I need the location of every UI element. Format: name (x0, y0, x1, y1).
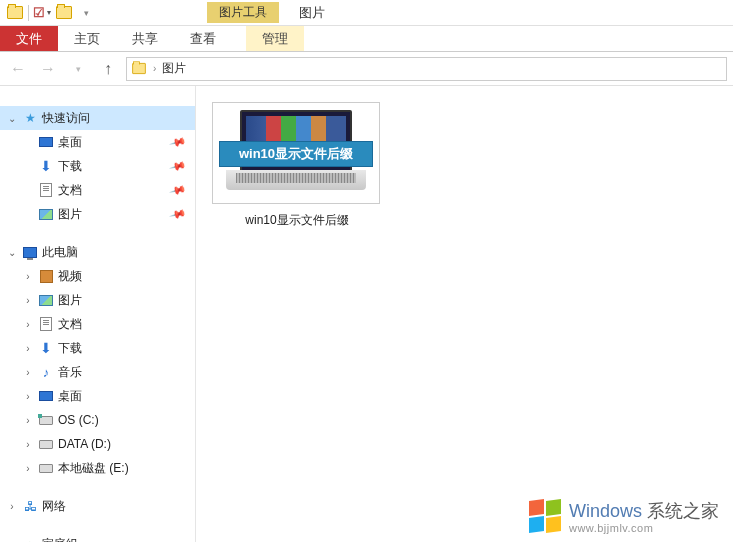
tree-label: OS (C:) (58, 413, 99, 427)
watermark-url: www.bjjmlv.com (569, 522, 719, 534)
picture-icon (38, 206, 54, 222)
tree-item-drive-e[interactable]: › 本地磁盘 (E:) (0, 456, 195, 480)
file-thumbnail: win10显示文件后缀 (212, 102, 380, 204)
document-icon (38, 316, 54, 332)
tree-network[interactable]: › 🖧 网络 (0, 494, 195, 518)
disk-icon (38, 460, 54, 476)
disk-icon (38, 436, 54, 452)
tree-this-pc[interactable]: ⌄ 此电脑 (0, 240, 195, 264)
chevron-right-icon[interactable]: › (6, 539, 18, 543)
desktop-icon (38, 134, 54, 150)
tree-item-desktop-pc[interactable]: › 桌面 (0, 384, 195, 408)
tab-manage[interactable]: 管理 (246, 26, 304, 51)
windows-logo-icon (525, 500, 561, 536)
tree-label: 下载 (58, 340, 82, 357)
tab-view[interactable]: 查看 (174, 26, 232, 51)
tree-item-videos[interactable]: › 视频 (0, 264, 195, 288)
recent-dropdown[interactable]: ▾ (66, 57, 90, 81)
tree-item-pictures[interactable]: 图片 📌 (0, 202, 195, 226)
tree-label: 家庭组 (42, 536, 78, 543)
tree-label: 桌面 (58, 134, 82, 151)
homegroup-icon: ⌂ (22, 536, 38, 542)
file-tab[interactable]: 文件 (0, 26, 58, 51)
watermark-brand: Windows 系统之家 (569, 502, 719, 522)
watermark: Windows 系统之家 www.bjjmlv.com (525, 500, 719, 536)
navigation-pane: ⌄ ★ 快速访问 桌面 📌 ⬇ 下载 📌 文档 📌 图片 📌 (0, 86, 196, 542)
file-item[interactable]: win10显示文件后缀 win10显示文件后缀 (212, 102, 382, 229)
content-pane[interactable]: win10显示文件后缀 win10显示文件后缀 (196, 86, 733, 542)
tree-label: 网络 (42, 498, 66, 515)
file-label[interactable]: win10显示文件后缀 (212, 212, 382, 229)
document-icon (38, 182, 54, 198)
tree-item-downloads-pc[interactable]: › ⬇ 下载 (0, 336, 195, 360)
picture-icon (38, 292, 54, 308)
chevron-right-icon[interactable]: › (22, 439, 34, 450)
navigation-bar: ← → ▾ ↑ › 图片 (0, 52, 733, 86)
tree-label: 下载 (58, 158, 82, 175)
qat-new-folder-icon[interactable] (53, 2, 75, 24)
desktop-icon (38, 388, 54, 404)
ribbon-contextual-group: 图片工具 (207, 2, 279, 23)
pin-icon: 📌 (169, 205, 188, 223)
tree-label: 图片 (58, 292, 82, 309)
qat-folder-icon[interactable] (4, 2, 26, 24)
qat-properties-icon[interactable]: ☑▾ (31, 2, 53, 24)
breadcrumb-segment[interactable]: 图片 (162, 60, 186, 77)
tree-item-music[interactable]: › ♪ 音乐 (0, 360, 195, 384)
tree-label: 文档 (58, 316, 82, 333)
chevron-right-icon[interactable]: › (22, 415, 34, 426)
chevron-right-icon[interactable]: › (22, 319, 34, 330)
tree-quick-access[interactable]: ⌄ ★ 快速访问 (0, 106, 195, 130)
tree-item-pictures-pc[interactable]: › 图片 (0, 288, 195, 312)
tree-homegroup[interactable]: › ⌂ 家庭组 (0, 532, 195, 542)
tree-item-downloads[interactable]: ⬇ 下载 📌 (0, 154, 195, 178)
title-bar: ☑▾ ▾ 图片工具 图片 (0, 0, 733, 26)
tree-label: 图片 (58, 206, 82, 223)
tab-share[interactable]: 共享 (116, 26, 174, 51)
tree-label: 视频 (58, 268, 82, 285)
ribbon-tabs: 文件 主页 共享 查看 管理 (0, 26, 733, 52)
tree-label: 文档 (58, 182, 82, 199)
breadcrumb-separator-icon[interactable]: › (153, 63, 156, 74)
tree-label: 本地磁盘 (E:) (58, 460, 129, 477)
pc-icon (22, 244, 38, 260)
address-folder-icon (131, 61, 147, 77)
download-icon: ⬇ (38, 158, 54, 174)
quick-access-toolbar: ☑▾ ▾ (0, 2, 97, 24)
chevron-right-icon[interactable]: › (6, 501, 18, 512)
tree-item-drive-c[interactable]: › OS (C:) (0, 408, 195, 432)
pin-icon: 📌 (169, 181, 188, 199)
qat-customize-dropdown[interactable]: ▾ (75, 2, 97, 24)
network-icon: 🖧 (22, 498, 38, 514)
tree-label: 此电脑 (42, 244, 78, 261)
main-split: ⌄ ★ 快速访问 桌面 📌 ⬇ 下载 📌 文档 📌 图片 📌 (0, 86, 733, 542)
tree-label: 桌面 (58, 388, 82, 405)
tree-label: DATA (D:) (58, 437, 111, 451)
chevron-down-icon[interactable]: ⌄ (6, 247, 18, 258)
download-icon: ⬇ (38, 340, 54, 356)
chevron-right-icon[interactable]: › (22, 271, 34, 282)
thumbnail-overlay-text: win10显示文件后缀 (219, 141, 373, 167)
video-icon (38, 268, 54, 284)
tab-home[interactable]: 主页 (58, 26, 116, 51)
tree-item-drive-d[interactable]: › DATA (D:) (0, 432, 195, 456)
up-button[interactable]: ↑ (96, 57, 120, 81)
chevron-right-icon[interactable]: › (22, 391, 34, 402)
chevron-right-icon[interactable]: › (22, 295, 34, 306)
tree-item-documents-pc[interactable]: › 文档 (0, 312, 195, 336)
music-icon: ♪ (38, 364, 54, 380)
tree-item-desktop[interactable]: 桌面 📌 (0, 130, 195, 154)
back-button[interactable]: ← (6, 57, 30, 81)
chevron-right-icon[interactable]: › (22, 343, 34, 354)
pin-icon: 📌 (169, 157, 188, 175)
address-bar[interactable]: › 图片 (126, 57, 727, 81)
window-title: 图片 (279, 2, 345, 24)
chevron-down-icon[interactable]: ⌄ (6, 113, 18, 124)
tree-label: 快速访问 (42, 110, 90, 127)
chevron-right-icon[interactable]: › (22, 463, 34, 474)
forward-button[interactable]: → (36, 57, 60, 81)
tree-item-documents[interactable]: 文档 📌 (0, 178, 195, 202)
pin-icon: 📌 (169, 133, 188, 151)
chevron-right-icon[interactable]: › (22, 367, 34, 378)
star-icon: ★ (22, 110, 38, 126)
